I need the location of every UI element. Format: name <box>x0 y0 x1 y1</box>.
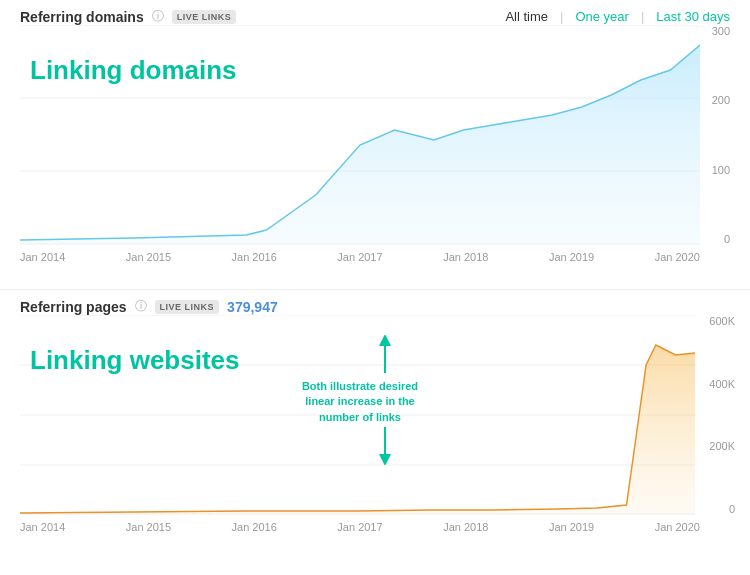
info-icon-bottom[interactable]: ⓘ <box>135 298 147 315</box>
y-label-200: 200 <box>702 94 730 106</box>
top-chart-area: Linking domains 300 200 100 0 <box>20 25 730 265</box>
bottom-chart-area: Linking websites Both illustrate desired… <box>20 315 730 535</box>
x-axis-bottom: Jan 2014 Jan 2015 Jan 2016 Jan 2017 Jan … <box>20 519 700 535</box>
arrow-down-icon <box>365 425 405 465</box>
linking-domains-label: Linking domains <box>30 55 237 86</box>
time-filters: All time | One year | Last 30 days <box>505 9 730 24</box>
x-jan2019-bottom: Jan 2019 <box>549 521 594 533</box>
y-axis-bottom: 600K 400K 200K 0 <box>700 315 735 515</box>
info-icon[interactable]: ⓘ <box>152 8 164 25</box>
referring-pages-section: Referring pages ⓘ LIVE LINKS 379,947 Lin… <box>0 290 750 575</box>
y-label-0-bottom: 0 <box>700 503 735 515</box>
annotation-container: Both illustrate desired linear increase … <box>340 335 430 469</box>
y-label-600k: 600K <box>700 315 735 327</box>
referring-pages-title: Referring pages <box>20 299 127 315</box>
y-axis-top: 300 200 100 0 <box>702 25 730 245</box>
x-jan2015-bottom: Jan 2015 <box>126 521 171 533</box>
filter-all-time[interactable]: All time <box>505 9 548 24</box>
x-axis-top: Jan 2014 Jan 2015 Jan 2016 Jan 2017 Jan … <box>20 249 700 265</box>
y-label-300: 300 <box>702 25 730 37</box>
x-jan2014-bottom: Jan 2014 <box>20 521 65 533</box>
live-links-badge-bottom: LIVE LINKS <box>155 300 220 314</box>
y-label-400k: 400K <box>700 378 735 390</box>
title-row: Referring domains ⓘ LIVE LINKS <box>20 8 236 25</box>
x-jan2019-top: Jan 2019 <box>549 251 594 263</box>
x-jan2018-bottom: Jan 2018 <box>443 521 488 533</box>
x-jan2017-bottom: Jan 2017 <box>337 521 382 533</box>
x-jan2016-top: Jan 2016 <box>232 251 277 263</box>
x-jan2016-bottom: Jan 2016 <box>232 521 277 533</box>
filter-one-year[interactable]: One year <box>575 9 628 24</box>
divider1: | <box>560 9 563 24</box>
x-jan2014-top: Jan 2014 <box>20 251 65 263</box>
arrow-up-icon <box>365 335 405 375</box>
live-links-badge-top: LIVE LINKS <box>172 10 237 24</box>
referring-domains-title: Referring domains <box>20 9 144 25</box>
y-label-100: 100 <box>702 164 730 176</box>
bottom-section-header: Referring pages ⓘ LIVE LINKS 379,947 <box>10 290 740 315</box>
divider2: | <box>641 9 644 24</box>
x-jan2020-top: Jan 2020 <box>655 251 700 263</box>
referring-domains-section: Referring domains ⓘ LIVE LINKS All time … <box>0 0 750 290</box>
x-jan2015-top: Jan 2015 <box>126 251 171 263</box>
x-jan2017-top: Jan 2017 <box>337 251 382 263</box>
annotation-text: Both illustrate desired linear increase … <box>290 379 430 425</box>
y-label-200k: 200K <box>700 440 735 452</box>
x-jan2018-top: Jan 2018 <box>443 251 488 263</box>
x-jan2020-bottom: Jan 2020 <box>655 521 700 533</box>
top-section-header: Referring domains ⓘ LIVE LINKS All time … <box>10 0 740 25</box>
filter-last-30[interactable]: Last 30 days <box>656 9 730 24</box>
linking-websites-label: Linking websites <box>30 345 240 376</box>
ref-pages-count: 379,947 <box>227 299 278 315</box>
page-container: Referring domains ⓘ LIVE LINKS All time … <box>0 0 750 575</box>
y-label-0: 0 <box>702 233 730 245</box>
